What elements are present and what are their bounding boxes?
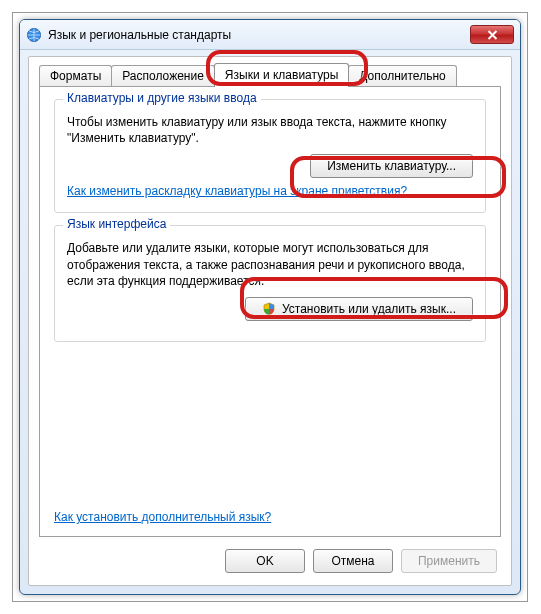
uac-shield-icon [262,302,276,316]
ok-button[interactable]: OK [225,549,305,573]
install-additional-language-link[interactable]: Как установить дополнительный язык? [54,510,271,524]
apply-button[interactable]: Применить [401,549,497,573]
close-button[interactable] [470,25,514,44]
screenshot-frame: Язык и региональные стандарты Форматы Ра… [12,12,528,602]
close-icon [487,30,498,40]
dialog-button-row: OK Отмена Применить [225,549,497,573]
group-keyboards-desc: Чтобы изменить клавиатуру или язык ввода… [67,114,473,146]
tab-location[interactable]: Расположение [111,65,215,87]
install-uninstall-language-label: Установить или удалить язык... [282,302,456,316]
install-uninstall-language-button[interactable]: Установить или удалить язык... [245,297,473,321]
group-display-language-desc: Добавьте или удалите языки, которые могу… [67,240,473,289]
tab-languages-keyboards[interactable]: Языки и клавиатуры [214,63,349,87]
window-title: Язык и региональные стандарты [48,28,470,42]
change-keyboard-button[interactable]: Изменить клавиатуру... [310,154,473,178]
tab-panel: Клавиатуры и другие языки ввода Чтобы из… [39,86,501,537]
dialog-window: Язык и региональные стандарты Форматы Ра… [19,19,521,595]
titlebar: Язык и региональные стандарты [20,20,520,50]
tab-advanced[interactable]: Дополнительно [348,65,456,87]
welcome-screen-layout-link[interactable]: Как изменить раскладку клавиатуры на экр… [67,184,407,198]
client-area: Форматы Расположение Языки и клавиатуры … [28,56,512,586]
tab-strip: Форматы Расположение Языки и клавиатуры … [39,63,501,87]
group-display-language: Язык интерфейса Добавьте или удалите язы… [54,225,486,342]
tab-formats[interactable]: Форматы [39,65,112,87]
group-display-language-title: Язык интерфейса [63,217,170,231]
cancel-button[interactable]: Отмена [313,549,393,573]
group-keyboards-title: Клавиатуры и другие языки ввода [63,91,261,105]
globe-icon [26,27,42,43]
group-keyboards: Клавиатуры и другие языки ввода Чтобы из… [54,99,486,213]
